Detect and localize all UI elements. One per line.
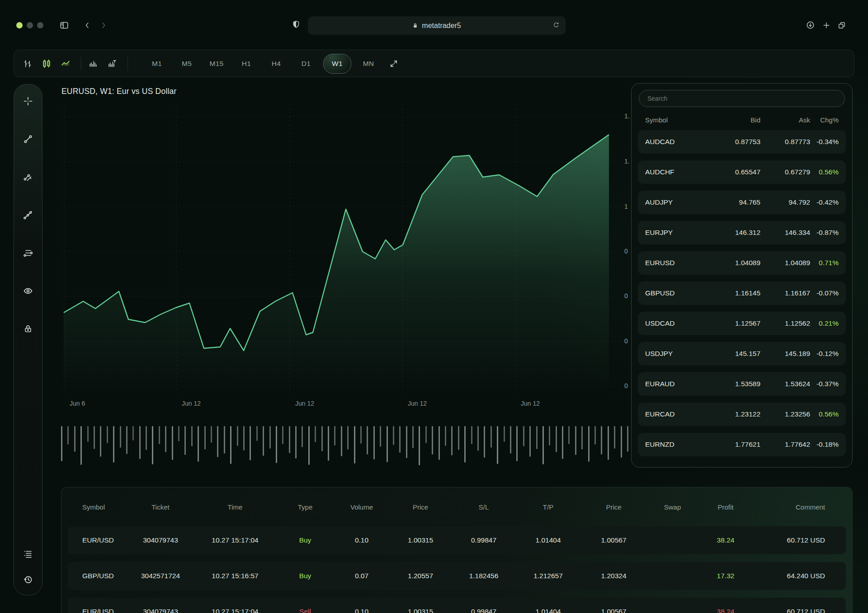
volume-bar	[354, 426, 355, 463]
object-list-icon[interactable]	[23, 549, 33, 560]
position-row[interactable]: EUR/USD30407974310.27 15:17:04Sell0.101.…	[68, 598, 846, 613]
eye-icon[interactable]	[23, 285, 33, 296]
refresh-icon[interactable]	[552, 22, 560, 29]
drawing-tools-sidebar	[14, 84, 42, 595]
volume-bar	[80, 426, 82, 465]
cell-comment: 60.712 USD	[753, 608, 846, 613]
cell-time: 10.27 15:16:57	[194, 572, 276, 580]
volume-bar	[256, 426, 258, 441]
market-search	[639, 90, 845, 107]
market-row-usdjpy[interactable]: USDJPY145.157145.189-0.12%	[638, 342, 846, 365]
volume-bars-icon[interactable]	[88, 58, 99, 69]
timeframe-h1[interactable]: H1	[234, 54, 259, 74]
window-close-button[interactable]	[16, 22, 23, 28]
market-column-header: Bid	[713, 116, 760, 124]
market-column-header: Chg%	[810, 116, 839, 124]
cell-symbol: EURAUD	[645, 380, 713, 388]
chart-symbol-title: EURUSD, W1: Eur vs US Dollar	[61, 87, 177, 96]
market-row-eurusd[interactable]: EURUSD1.040891.040890.71%	[638, 251, 846, 275]
new-tab-button[interactable]	[822, 21, 831, 30]
market-row-gbpusd[interactable]: GBPUSD1.161451.16167-0.07%	[638, 281, 846, 305]
volume-bar	[282, 426, 283, 444]
fib-lines-icon[interactable]	[23, 248, 33, 258]
price-chart-canvas[interactable]	[61, 104, 631, 393]
volume-bar	[334, 426, 335, 445]
polyline-icon[interactable]	[23, 210, 33, 220]
volume-bar	[61, 426, 62, 461]
url-text: metatrader5	[422, 22, 461, 30]
market-row-audchf[interactable]: AUDCHF0.655470.672790.56%	[638, 160, 846, 184]
cell-time: 10.27 15:17:04	[194, 608, 276, 613]
lock-icon[interactable]	[23, 323, 33, 334]
cell-time: 10.27 15:17:04	[194, 536, 276, 544]
volume-bar	[523, 426, 524, 446]
market-row-audcad[interactable]: AUDCAD0.877530.87773-0.34%	[638, 130, 846, 154]
timeframe-d1[interactable]: D1	[293, 54, 319, 74]
cell-price2: 1.00567	[581, 536, 646, 544]
volume-bar	[477, 426, 479, 451]
market-row-eurjpy[interactable]: EURJPY146.312146.334-0.87%	[638, 221, 846, 244]
timeframe-mn[interactable]: MN	[356, 54, 381, 74]
market-row-eurnzd[interactable]: EURNZD1.776211.77642-0.18%	[638, 433, 846, 456]
timeframe-m1[interactable]: M1	[144, 54, 170, 74]
line-chart-icon[interactable]	[60, 58, 71, 69]
timeframe-w1[interactable]: W1	[323, 54, 351, 74]
tab-overview-button[interactable]	[837, 21, 846, 30]
privacy-shield-icon[interactable]	[292, 20, 301, 29]
cell-bid: 1.12567	[713, 319, 760, 328]
volume-bar	[198, 426, 199, 462]
forward-button[interactable]	[99, 21, 108, 29]
downloads-button[interactable]	[806, 20, 815, 30]
channel-icon[interactable]	[23, 172, 33, 182]
volume-bar	[360, 426, 362, 444]
market-row-eurcad[interactable]: EURCAD1.231221.232560.56%	[638, 402, 846, 426]
volume-bar	[347, 426, 349, 449]
timeframe-m5[interactable]: M5	[174, 54, 199, 74]
volume-bar	[321, 426, 323, 451]
cell-ask: 1.16167	[760, 289, 810, 297]
sidebar-toggle-button[interactable]	[59, 20, 69, 30]
cell-bid: 1.16145	[713, 289, 760, 297]
trendline-icon[interactable]	[23, 134, 33, 145]
volume-bar	[269, 426, 271, 449]
volume-bar	[243, 426, 245, 450]
cell-tp: 1.01404	[515, 536, 581, 544]
volume-bar	[471, 426, 472, 444]
address-bar[interactable]: metatrader5	[308, 16, 566, 35]
cell-ask: 1.04089	[760, 259, 810, 267]
market-row-usdcad[interactable]: USDCAD1.125671.125620.21%	[638, 312, 846, 335]
positions-column-header: Time	[194, 503, 276, 511]
window-minimize-button[interactable]	[27, 22, 33, 28]
volume-ticks-icon[interactable]	[107, 58, 118, 69]
timeframe-m15[interactable]: M15	[204, 54, 229, 74]
ohlc-bars-icon[interactable]	[22, 58, 33, 69]
timeframe-h4[interactable]: H4	[264, 54, 289, 74]
crosshair-icon[interactable]	[23, 96, 33, 107]
cell-symbol: EUR/USD	[68, 608, 127, 613]
market-row-audjpy[interactable]: AUDJPY94.76594.792-0.42%	[638, 191, 846, 214]
fullscreen-icon[interactable]	[389, 59, 398, 68]
market-search-input[interactable]	[646, 94, 837, 103]
volume-bar	[217, 426, 218, 457]
volume-bar	[263, 426, 264, 456]
cell-change: -0.07%	[810, 289, 839, 297]
position-row[interactable]: EUR/USD30407974310.27 15:17:04Buy0.101.0…	[68, 526, 846, 554]
back-button[interactable]	[83, 21, 91, 29]
position-row[interactable]: GBP/USD304257172410.27 15:16:57Buy0.071.…	[68, 562, 846, 590]
market-row-euraud[interactable]: EURAUD1.535891.53624-0.37%	[638, 372, 846, 396]
cell-symbol: AUDCHF	[645, 168, 713, 176]
volume-bar	[608, 426, 609, 460]
candlesticks-icon[interactable]	[41, 58, 52, 69]
cell-change: 0.21%	[810, 319, 839, 328]
history-icon[interactable]	[23, 574, 33, 585]
volume-bar	[315, 426, 316, 442]
x-axis-label: Jun 6	[70, 400, 85, 407]
cell-change: -0.87%	[810, 229, 839, 237]
y-axis-label: 0	[624, 292, 628, 299]
positions-column-header: Price	[581, 503, 646, 511]
window-zoom-button[interactable]	[37, 22, 43, 28]
volume-bar	[276, 426, 277, 463]
cell-ask: 1.77642	[760, 440, 810, 449]
positions-column-header: Volume	[335, 503, 389, 511]
volume-bar	[425, 426, 427, 443]
